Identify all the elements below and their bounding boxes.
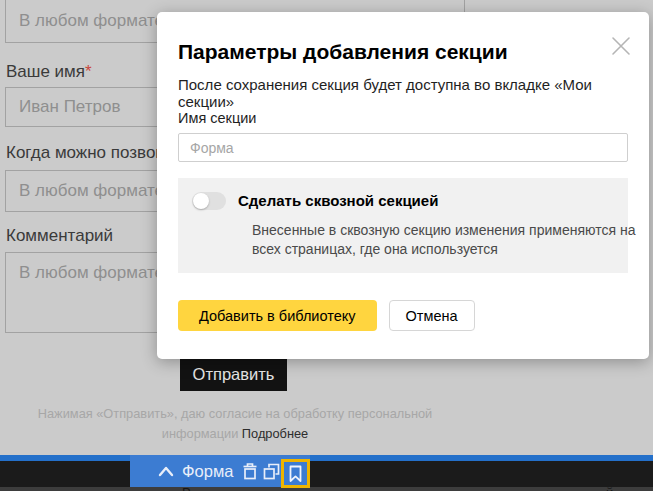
through-section-toggle-label: Сделать сквозной секцией bbox=[238, 192, 438, 210]
bookmark-highlight-box bbox=[281, 459, 310, 488]
section-name-label[interactable]: Форма bbox=[182, 462, 233, 481]
consent-line1: Нажимая «Отправить», даю согласие на обр… bbox=[38, 406, 432, 421]
add-section-dialog: Параметры добавления секции После сохран… bbox=[157, 12, 649, 359]
consent-line2: информации bbox=[162, 426, 239, 441]
through-section-toggle[interactable] bbox=[192, 192, 226, 210]
through-section-panel: Сделать сквозной секцией Внесенные в скв… bbox=[178, 178, 628, 273]
bookmark-icon[interactable] bbox=[288, 465, 303, 483]
consent-more-link[interactable]: Подробнее bbox=[242, 426, 308, 441]
chevron-up-icon[interactable] bbox=[157, 465, 175, 478]
section-toolbar: Форма bbox=[130, 455, 310, 487]
consent-text: Нажимая «Отправить», даю согласие на обр… bbox=[0, 404, 470, 444]
text-fragment: й bbox=[606, 487, 613, 491]
toggle-knob bbox=[193, 193, 209, 209]
required-asterisk: * bbox=[85, 62, 92, 81]
bottom-bar bbox=[0, 461, 653, 487]
duplicate-icon[interactable] bbox=[263, 463, 280, 480]
add-to-library-button[interactable]: Добавить в библиотеку bbox=[178, 300, 377, 331]
section-name-input[interactable] bbox=[178, 133, 628, 162]
text-fragment: Р bbox=[182, 487, 191, 491]
cancel-button[interactable]: Отмена bbox=[389, 300, 475, 331]
close-icon[interactable] bbox=[609, 34, 633, 58]
name-field-label: Ваше имя* bbox=[6, 62, 92, 82]
dialog-title: Параметры добавления секции bbox=[178, 40, 508, 64]
section-name-field-label: Имя секции bbox=[178, 110, 256, 126]
trash-icon[interactable] bbox=[242, 462, 258, 480]
through-section-description: Внесенные в сквозную секцию изменения пр… bbox=[252, 221, 636, 259]
page-fragment-strip: Р й bbox=[0, 487, 653, 491]
call-time-field-label: Когда можно позвон bbox=[6, 143, 165, 163]
dialog-buttons: Добавить в библиотеку Отмена bbox=[178, 300, 475, 331]
dialog-subtitle: После сохранения секция будет доступна в… bbox=[178, 76, 649, 110]
comment-field-label: Комментарий bbox=[6, 226, 113, 246]
submit-button[interactable]: Отправить bbox=[180, 357, 287, 391]
